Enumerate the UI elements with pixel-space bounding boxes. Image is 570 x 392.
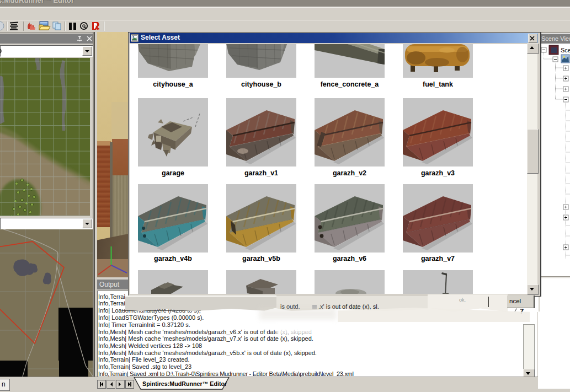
svg-text:Sce: Sce: [561, 47, 570, 53]
